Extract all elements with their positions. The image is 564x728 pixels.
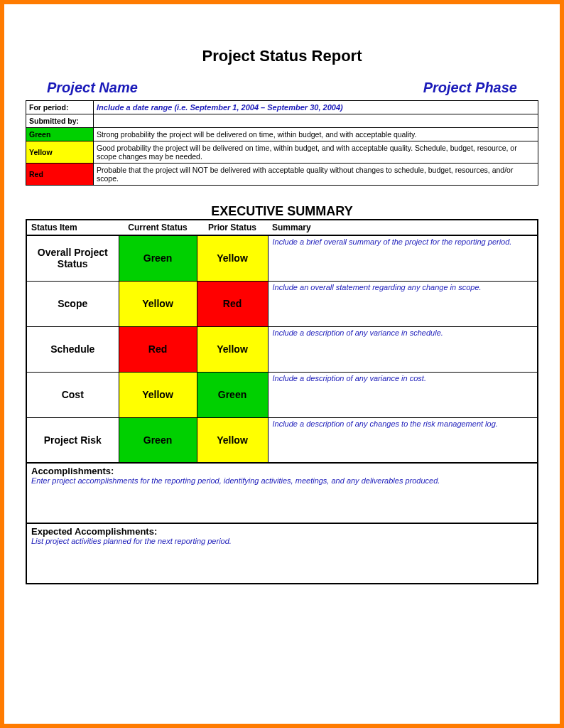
schedule-summary: Include a description of any variance in… (268, 326, 538, 372)
item-scope: Scope (26, 281, 119, 326)
legend-red-label: Red (26, 164, 94, 186)
risk-summary: Include a description of any changes to … (268, 417, 538, 463)
schedule-current: Red (119, 326, 197, 372)
legend-row-green: Green Strong probability the project wil… (26, 128, 538, 141)
legend-green-label: Green (26, 128, 94, 141)
accomplishments-body: Enter project accomplishments for the re… (31, 476, 533, 485)
exec-row-risk: Project Risk Green Yellow Include a desc… (26, 417, 538, 463)
item-cost: Cost (26, 372, 119, 417)
overall-summary: Include a brief overall summary of the p… (268, 235, 538, 281)
submitted-by-row: Submitted by: (26, 114, 538, 128)
item-overall: Overall Project Status (26, 235, 119, 281)
item-risk: Project Risk (26, 417, 119, 463)
exec-row-overall: Overall Project Status Green Yellow Incl… (26, 235, 538, 281)
executive-summary-table: Status Item Current Status Prior Status … (26, 219, 538, 584)
risk-current: Green (119, 417, 197, 463)
col-prior-status: Prior Status (197, 220, 268, 235)
legend-row-yellow: Yellow Good probability the project will… (26, 141, 538, 164)
exec-row-scope: Scope Yellow Red Include an overall stat… (26, 281, 538, 326)
col-current-status: Current Status (119, 220, 197, 235)
for-period-row: For period: Include a date range (i.e. S… (26, 101, 538, 114)
accomplishments-section: Accomplishments: Enter project accomplis… (26, 463, 538, 523)
cost-prior: Green (197, 372, 268, 417)
executive-summary-title: EXECUTIVE SUMMARY (26, 204, 538, 219)
exec-row-cost: Cost Yellow Green Include a description … (26, 372, 538, 417)
submitted-by-label: Submitted by: (26, 114, 94, 128)
col-summary: Summary (268, 220, 538, 235)
accomplishments-label: Accomplishments: (31, 466, 533, 476)
exec-row-schedule: Schedule Red Yellow Include a descriptio… (26, 326, 538, 372)
for-period-value: Include a date range (i.e. September 1, … (94, 101, 538, 114)
project-phase-heading: Project Phase (423, 80, 517, 96)
scope-summary: Include an overall statement regarding a… (268, 281, 538, 326)
document-page: Project Status Report Project Name Proje… (0, 0, 564, 728)
project-name-heading: Project Name (47, 80, 138, 96)
item-schedule: Schedule (26, 326, 119, 372)
cost-summary: Include a description of any variance in… (268, 372, 538, 417)
page-title: Project Status Report (26, 47, 538, 65)
risk-prior: Yellow (197, 417, 268, 463)
legend-red-desc: Probable that the project will NOT be de… (94, 164, 538, 186)
header-info-table: For period: Include a date range (i.e. S… (26, 100, 538, 186)
overall-current: Green (119, 235, 197, 281)
expected-accomplishments-section: Expected Accomplishments: List project a… (26, 523, 538, 584)
expected-body: List project activities planned for the … (31, 537, 533, 545)
for-period-label: For period: (26, 101, 94, 114)
legend-yellow-desc: Good probability the project will be del… (94, 141, 538, 164)
expected-label: Expected Accomplishments: (31, 526, 533, 537)
legend-green-desc: Strong probability the project will be d… (94, 128, 538, 141)
col-status-item: Status Item (26, 220, 119, 235)
overall-prior: Yellow (197, 235, 268, 281)
submitted-by-value (94, 114, 538, 128)
cost-current: Yellow (119, 372, 197, 417)
schedule-prior: Yellow (197, 326, 268, 372)
subhead-row: Project Name Project Phase (26, 80, 538, 100)
legend-yellow-label: Yellow (26, 141, 94, 164)
scope-current: Yellow (119, 281, 197, 326)
legend-row-red: Red Probable that the project will NOT b… (26, 164, 538, 186)
scope-prior: Red (197, 281, 268, 326)
exec-header-row: Status Item Current Status Prior Status … (26, 220, 538, 235)
